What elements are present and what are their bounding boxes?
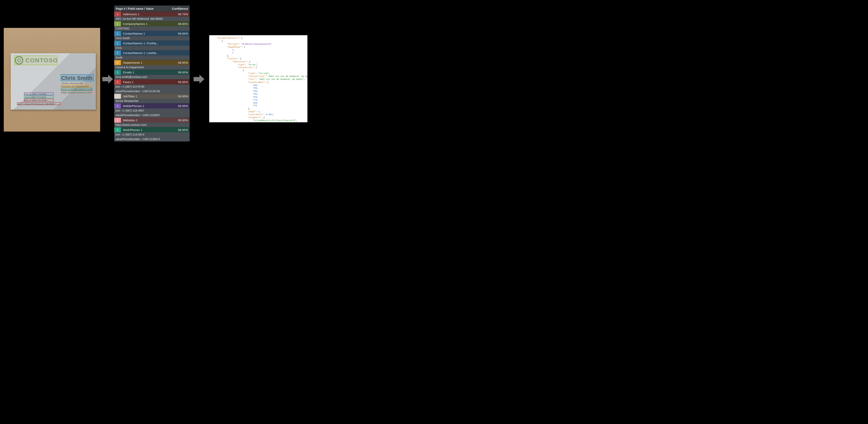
svg-marker-0 bbox=[102, 74, 113, 84]
field-row[interactable]: 1Websites 199.00% bbox=[114, 118, 190, 123]
field-row[interactable]: 1Addresses 198.70% bbox=[114, 11, 190, 17]
cell-phone: +1 (987) 123-4567 bbox=[29, 93, 47, 95]
field-value: Chris bbox=[114, 46, 190, 50]
field-name: ContactNames 1: FirstNa... bbox=[121, 41, 188, 45]
field-name: JobTitles 1 bbox=[121, 95, 178, 98]
page-badge: 1 bbox=[114, 94, 121, 99]
field-value: Cloud & AI Department bbox=[114, 65, 190, 70]
cell-label: Cell bbox=[25, 93, 28, 95]
field-confidence: 99.00% bbox=[178, 32, 190, 35]
results-rows: 1Addresses 198.70%4001 1st Ave NE Redmon… bbox=[114, 11, 190, 141]
website: https://www.contoso.com/ bbox=[61, 91, 92, 95]
field-row[interactable]: 1Departments 198.90% bbox=[114, 60, 190, 65]
logo: CONTOSO bbox=[14, 56, 58, 65]
field-confidence: 99.00% bbox=[178, 119, 190, 122]
business-card-panel: CONTOSO Chris Smith Senior Researcher Cl… bbox=[4, 28, 100, 132]
arrow-right-icon bbox=[102, 73, 113, 85]
field-confidence: 99.00% bbox=[178, 95, 190, 98]
field-row[interactable]: 1JobTitles 199.00% bbox=[114, 94, 190, 99]
json-output-panel: "documentResults": [ { "docType": "prebu… bbox=[209, 35, 307, 122]
field-row[interactable]: 1MobilePhones 199.50% bbox=[114, 103, 190, 108]
field-value: Senior Researcher bbox=[114, 99, 190, 103]
field-confidence: 98.50% bbox=[178, 128, 190, 132]
field-row[interactable]: 1Emails 199.00% bbox=[114, 70, 190, 75]
field-confidence: 99.00% bbox=[178, 80, 190, 84]
results-panel: Page # / Field name / Value Confidence 1… bbox=[114, 5, 190, 141]
page-badge: 1 bbox=[114, 127, 121, 132]
field-value: CONTOSO bbox=[114, 26, 190, 31]
field-value: chris.smith@contoso.com bbox=[114, 75, 190, 79]
address: 4001 1st Ave NE Redmond, WA 98052 bbox=[18, 103, 55, 106]
field-confidence: 98.90% bbox=[178, 61, 190, 64]
page-badge: 1 bbox=[114, 12, 121, 17]
field-name: Emails 1 bbox=[121, 71, 178, 74]
business-card: CONTOSO Chris Smith Senior Researcher Cl… bbox=[11, 53, 96, 109]
field-confidence: 99.50% bbox=[178, 104, 190, 108]
work-phone: +1 (987) 213-5674 bbox=[28, 96, 46, 99]
field-value: text: +1 (987) 312-6745 bbox=[114, 85, 190, 89]
page-badge: 1 bbox=[114, 51, 121, 55]
company-name: CONTOSO bbox=[25, 57, 58, 64]
field-row[interactable]: 1ContactNames 1: LastNa... bbox=[114, 50, 190, 55]
field-value: valuePhoneNumber: +19873126745 bbox=[114, 89, 190, 94]
field-row[interactable]: 1ContactNames 1: FirstNa... bbox=[114, 40, 190, 46]
field-name: MobilePhones 1 bbox=[121, 104, 178, 108]
field-row[interactable]: 1Faxes 199.00% bbox=[114, 79, 190, 85]
fax-label: Fax bbox=[25, 99, 28, 102]
field-row[interactable]: 1ContactNames 199.00% bbox=[114, 31, 190, 36]
contact-name: Chris Smith bbox=[61, 75, 92, 81]
field-value: valuePhoneNumber: +19872135674 bbox=[114, 137, 190, 141]
field-name: WorkPhones 1 bbox=[121, 128, 178, 132]
field-name: Websites 1 bbox=[121, 119, 178, 122]
field-name: ContactNames 1 bbox=[121, 32, 178, 35]
field-value: Chris Smith bbox=[114, 36, 190, 40]
field-value: text: +1 (987) 213-5674 bbox=[114, 132, 190, 137]
field-name: Departments 1 bbox=[121, 61, 178, 64]
field-value: valuePhoneNumber: +19871234567 bbox=[114, 113, 190, 118]
results-header: Page # / Field name / Value Confidence bbox=[114, 5, 190, 11]
field-value: 4001 1st Ave NE Redmond, WA 98052 bbox=[114, 17, 190, 21]
logo-icon bbox=[14, 56, 23, 65]
field-value: text: +1 (987) 123-4567 bbox=[114, 108, 190, 113]
field-confidence: 98.70% bbox=[178, 12, 190, 16]
page-badge: 1 bbox=[114, 118, 121, 123]
field-value: Smith bbox=[114, 55, 190, 60]
results-header-right: Confidence bbox=[172, 7, 188, 10]
svg-marker-1 bbox=[194, 74, 204, 84]
fax-phone: +1 (987) 312-6745 bbox=[29, 99, 47, 102]
results-header-left: Page # / Field name / Value bbox=[116, 7, 154, 10]
page-badge: 1 bbox=[114, 70, 121, 75]
field-row[interactable]: 1WorkPhones 198.50% bbox=[114, 127, 190, 132]
field-confidence: 98.60% bbox=[178, 22, 190, 26]
arrow-right-icon bbox=[194, 73, 204, 85]
page-badge: 1 bbox=[114, 21, 121, 26]
page-badge: 1 bbox=[114, 31, 121, 36]
field-name: CompanyNames 1 bbox=[121, 22, 178, 26]
field-value: https://www.contoso.com/ bbox=[114, 123, 190, 127]
page-badge: 1 bbox=[114, 103, 121, 108]
field-confidence: 99.00% bbox=[178, 71, 190, 74]
field-name: Faxes 1 bbox=[121, 80, 178, 84]
page-badge: 1 bbox=[114, 60, 121, 65]
field-row[interactable]: 1CompanyNames 198.60% bbox=[114, 21, 190, 26]
field-name: ContactNames 1: LastNa... bbox=[121, 51, 188, 55]
tel-label: Tel bbox=[25, 96, 27, 99]
page-badge: 1 bbox=[114, 41, 121, 46]
page-badge: 1 bbox=[114, 79, 121, 85]
field-name: Addresses 1 bbox=[121, 12, 178, 16]
